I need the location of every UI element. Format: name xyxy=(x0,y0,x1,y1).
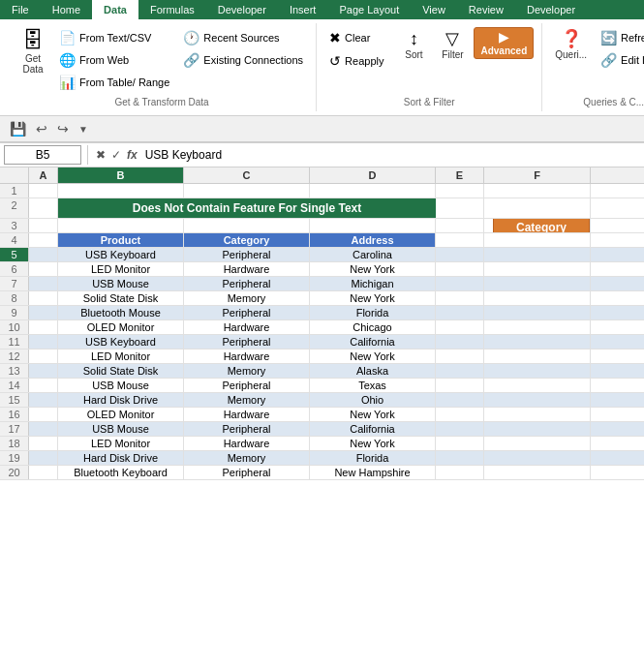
cancel-formula-icon[interactable]: ✖ xyxy=(94,147,107,163)
title-cell[interactable]: Does Not Contain Feature For Single Text xyxy=(58,198,436,218)
cell-a13[interactable] xyxy=(29,364,58,378)
cell-d1[interactable] xyxy=(310,184,436,198)
cell-e2[interactable] xyxy=(436,198,484,218)
cell-f4[interactable] xyxy=(484,233,591,247)
cell-e13[interactable] xyxy=(436,364,484,378)
cell-f8[interactable] xyxy=(484,291,591,305)
existing-connections-button[interactable]: 🔗 Existing Connections xyxy=(178,49,308,71)
cell-b14[interactable]: USB Mouse xyxy=(58,379,184,392)
cell-b15[interactable]: Hard Disk Drive xyxy=(58,393,184,407)
tab-review[interactable]: Review xyxy=(457,0,515,19)
cell-f19[interactable] xyxy=(484,451,591,465)
cell-e19[interactable] xyxy=(436,451,484,465)
cell-d19[interactable]: Florida xyxy=(310,451,436,465)
header-product[interactable]: Product xyxy=(58,233,184,247)
cell-f13[interactable] xyxy=(484,364,591,378)
cell-a3[interactable] xyxy=(29,219,58,232)
cell-f6[interactable] xyxy=(484,262,591,276)
cell-c3[interactable] xyxy=(184,219,310,232)
cell-b8[interactable]: Solid State Disk xyxy=(58,291,184,305)
cell-f3[interactable]: Category <>*Hardware* xyxy=(484,219,591,232)
cell-d9[interactable]: Florida xyxy=(310,306,436,319)
cell-a14[interactable] xyxy=(29,379,58,392)
tab-file[interactable]: File xyxy=(0,0,41,19)
cell-b9[interactable]: Bluetooth Mouse xyxy=(58,306,184,319)
quick-access-dropdown-icon[interactable]: ▼ xyxy=(77,122,90,137)
cell-a9[interactable] xyxy=(29,306,58,319)
edit-links-button[interactable]: 🔗 Edit Li... xyxy=(596,49,644,71)
save-quick-icon[interactable]: 💾 xyxy=(8,119,28,138)
cell-f1[interactable] xyxy=(484,184,591,198)
cell-c8[interactable]: Memory xyxy=(184,291,310,305)
cell-f10[interactable] xyxy=(484,320,591,334)
cell-b6[interactable]: LED Monitor xyxy=(58,262,184,276)
tab-insert[interactable]: Insert xyxy=(278,0,328,19)
header-address[interactable]: Address xyxy=(310,233,436,247)
cell-d16[interactable]: New York xyxy=(310,408,436,421)
col-header-d[interactable]: D xyxy=(310,167,436,183)
sort-button[interactable]: ↕ Sort xyxy=(396,27,431,63)
col-header-f[interactable]: F xyxy=(484,167,591,183)
cell-c11[interactable]: Peripheral xyxy=(184,335,310,349)
queries-button[interactable]: ❓ Queri... xyxy=(550,27,592,63)
cell-c10[interactable]: Hardware xyxy=(184,320,310,334)
cell-a20[interactable] xyxy=(29,466,58,479)
cell-f20[interactable] xyxy=(484,466,591,479)
cell-c15[interactable]: Memory xyxy=(184,393,310,407)
cell-e14[interactable] xyxy=(436,379,484,392)
col-header-e[interactable]: E xyxy=(436,167,484,183)
tab-formulas[interactable]: Formulas xyxy=(138,0,206,19)
cell-c19[interactable]: Memory xyxy=(184,451,310,465)
cell-f11[interactable] xyxy=(484,335,591,349)
cell-b16[interactable]: OLED Monitor xyxy=(58,408,184,421)
cell-e16[interactable] xyxy=(436,408,484,421)
cell-f15[interactable] xyxy=(484,393,591,407)
cell-a8[interactable] xyxy=(29,291,58,305)
cell-e20[interactable] xyxy=(436,466,484,479)
undo-icon[interactable]: ↩ xyxy=(34,119,49,138)
cell-c14[interactable]: Peripheral xyxy=(184,379,310,392)
advanced-button[interactable]: ▶ Advanced xyxy=(474,27,534,59)
cell-a4[interactable] xyxy=(29,233,58,247)
refresh-all-button[interactable]: 🔄 Refresh All xyxy=(596,27,644,48)
insert-function-icon[interactable]: fx xyxy=(125,147,139,163)
cell-e1[interactable] xyxy=(436,184,484,198)
cell-a12[interactable] xyxy=(29,350,58,363)
cell-c7[interactable]: Peripheral xyxy=(184,277,310,290)
cell-d8[interactable]: New York xyxy=(310,291,436,305)
cell-b12[interactable]: LED Monitor xyxy=(58,350,184,363)
cell-d14[interactable]: Texas xyxy=(310,379,436,392)
col-header-c[interactable]: C xyxy=(184,167,310,183)
cell-f17[interactable] xyxy=(484,422,591,436)
cell-f2[interactable] xyxy=(484,198,591,218)
col-header-b[interactable]: B xyxy=(58,167,184,183)
cell-e17[interactable] xyxy=(436,422,484,436)
cell-e12[interactable] xyxy=(436,350,484,363)
cell-b3[interactable] xyxy=(58,219,184,232)
tab-developer[interactable]: Developer xyxy=(206,0,278,19)
cell-a10[interactable] xyxy=(29,320,58,334)
cell-a19[interactable] xyxy=(29,451,58,465)
from-web-button[interactable]: 🌐 From Web xyxy=(54,49,174,71)
name-box[interactable] xyxy=(4,145,81,165)
tab-home[interactable]: Home xyxy=(41,0,92,19)
cell-b17[interactable]: USB Mouse xyxy=(58,422,184,436)
cell-b19[interactable]: Hard Disk Drive xyxy=(58,451,184,465)
cell-d5[interactable]: Carolina xyxy=(310,248,436,261)
redo-icon[interactable]: ↪ xyxy=(55,119,71,138)
cell-c1[interactable] xyxy=(184,184,310,198)
cell-a7[interactable] xyxy=(29,277,58,290)
cell-b10[interactable]: OLED Monitor xyxy=(58,320,184,334)
recent-sources-button[interactable]: 🕐 Recent Sources xyxy=(178,27,308,48)
cell-e9[interactable] xyxy=(436,306,484,319)
cell-e15[interactable] xyxy=(436,393,484,407)
cell-e11[interactable] xyxy=(436,335,484,349)
clear-button[interactable]: ✖ Clear xyxy=(324,27,388,48)
cell-d17[interactable]: California xyxy=(310,422,436,436)
cell-a17[interactable] xyxy=(29,422,58,436)
cell-d6[interactable]: New York xyxy=(310,262,436,276)
formula-input[interactable] xyxy=(143,146,640,164)
cell-c6[interactable]: Hardware xyxy=(184,262,310,276)
cell-f14[interactable] xyxy=(484,379,591,392)
cell-e10[interactable] xyxy=(436,320,484,334)
